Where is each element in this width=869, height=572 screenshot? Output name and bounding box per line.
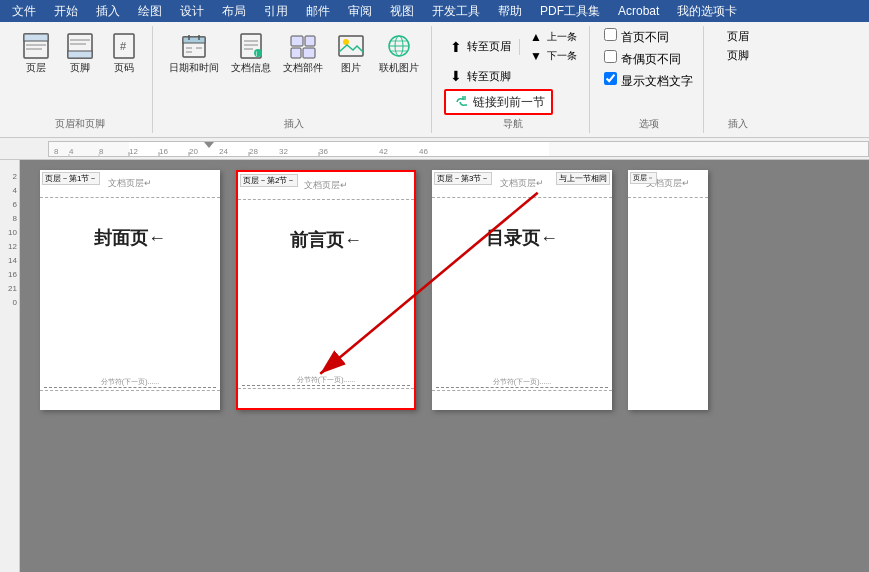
ribbon-group-insert2: 页眉 页脚 插入: [708, 26, 768, 133]
menu-mail[interactable]: 邮件: [298, 1, 338, 22]
nav-items: ⬆ 转至页眉 ▲ 上一条 ▼ 下一条: [444, 28, 581, 115]
insert2-items: 页眉 页脚: [723, 28, 753, 115]
menu-layout[interactable]: 布局: [214, 1, 254, 22]
goto-header-icon: ⬆: [448, 39, 464, 55]
btn-picture[interactable]: 图片: [331, 28, 371, 76]
page-2-section-badge: 页层－第2节－: [240, 174, 298, 187]
menu-view[interactable]: 视图: [382, 1, 422, 22]
docinfo-label: 文档信息: [231, 62, 271, 74]
opt-show-text-label: 显示文档文字: [621, 74, 693, 88]
btn-prev[interactable]: ▲ 上一条: [524, 28, 581, 46]
svg-rect-11: [183, 37, 205, 43]
ruler-bar: 8 4 8 12 16 20 24 28 32 36 42 46: [48, 141, 869, 157]
menu-my-tab[interactable]: 我的选项卡: [669, 1, 745, 22]
pageno-label: 页码: [114, 62, 134, 74]
btn-online-picture[interactable]: 联机图片: [375, 28, 423, 76]
prev-icon: ▲: [528, 29, 544, 45]
ribbon-content: 页层 页脚 # 页码 页眉和页脚: [8, 26, 861, 133]
btn-pageno[interactable]: # 页码: [104, 28, 144, 76]
docparts-label: 文档部件: [283, 62, 323, 74]
svg-text:12: 12: [129, 147, 138, 156]
page-4-section-badge: 页层－: [630, 172, 657, 184]
goto-footer-icon: ⬇: [448, 68, 464, 84]
ribbon-group-options: 首页不同 奇偶页不同 显示文档文字 选项: [594, 26, 704, 133]
page-3-title: 目录页←: [486, 226, 558, 250]
page-2-header: 页层－第2节－ 文档页层↵: [238, 172, 414, 200]
page-3-header: 页层－第3节－ 与上一节相同 文档页层↵: [432, 170, 612, 198]
page-3-content: 目录页←: [432, 198, 612, 258]
chk-first-page[interactable]: [604, 28, 617, 41]
btn-docinfo[interactable]: i 文档信息: [227, 28, 275, 76]
opt-show-doc-text[interactable]: 显示文档文字: [604, 72, 692, 90]
menu-file[interactable]: 文件: [4, 1, 44, 22]
page-3-section-badge: 页层－第3节－: [434, 172, 492, 185]
datetime-icon: [178, 30, 210, 62]
menu-pdf[interactable]: PDF工具集: [532, 1, 608, 22]
btn-datetime[interactable]: 日期和时间: [165, 28, 223, 76]
btn-footer2[interactable]: 页脚: [723, 47, 753, 64]
menu-bar: // Render menu items 文件 开始 插入 绘图 设计 布局 引…: [0, 0, 869, 22]
page-1-section-badge: 页层－第1节－: [42, 172, 100, 185]
header-label: 页层: [26, 62, 46, 74]
opt-odd-even-label: 奇偶页不同: [621, 52, 681, 66]
page-3-footer: [432, 390, 612, 410]
btn-link-prev-section[interactable]: 链接到前一节: [444, 89, 553, 115]
svg-text:28: 28: [249, 147, 258, 156]
page-1-section-break: 分节符(下一页)......: [44, 380, 216, 388]
btn-next[interactable]: ▼ 下一条: [524, 47, 581, 65]
btn-docparts[interactable]: 文档部件: [279, 28, 327, 76]
page-2: 页层－第2节－ 文档页层↵ 前言页← 分节符(下一页)......: [236, 170, 416, 410]
page-3-section-break-text: 分节符(下一页)......: [491, 377, 553, 387]
page-2-title: 前言页←: [290, 228, 362, 252]
opt-first-page-diff[interactable]: 首页不同: [604, 28, 668, 46]
menu-dev[interactable]: 开发工具: [424, 1, 488, 22]
picture-label: 图片: [341, 62, 361, 74]
menu-review[interactable]: 审阅: [340, 1, 380, 22]
btn-goto-footer[interactable]: ⬇ 转至页脚: [444, 67, 515, 85]
group-insert2-label: 插入: [728, 117, 748, 131]
group-header-footer-label: 页眉和页脚: [55, 117, 105, 131]
group-nav-label: 导航: [503, 117, 523, 131]
picture-icon: [335, 30, 367, 62]
ruler-area: 8 4 8 12 16 20 24 28 32 36 42 46: [0, 138, 869, 160]
next-icon: ▼: [528, 48, 544, 64]
menu-draw[interactable]: 绘图: [130, 1, 170, 22]
svg-text:8: 8: [99, 147, 104, 156]
page-1-section-break-text: 分节符(下一页)......: [99, 377, 161, 387]
svg-rect-27: [339, 36, 363, 56]
goto-header-label: 转至页眉: [467, 39, 511, 54]
svg-text:36: 36: [319, 147, 328, 156]
menu-design[interactable]: 设计: [172, 1, 212, 22]
menu-acrobat[interactable]: Acrobat: [610, 2, 667, 20]
ribbon: 页层 页脚 # 页码 页眉和页脚: [0, 22, 869, 138]
btn-goto-header[interactable]: ⬆ 转至页眉: [444, 38, 515, 56]
chk-show-text[interactable]: [604, 72, 617, 85]
svg-point-28: [343, 39, 349, 45]
header-icon: [20, 30, 52, 62]
menu-insert[interactable]: 插入: [88, 1, 128, 22]
page-4: 页层－ 文档页层↵: [628, 170, 708, 410]
page-3-wrapper: 页层－第3节－ 与上一节相同 文档页层↵ 目录页← 分节符(下一页)......: [432, 170, 612, 410]
menu-start[interactable]: 开始: [46, 1, 86, 22]
svg-rect-26: [303, 48, 315, 58]
page-1-wrapper: 页层－第1节－ 文档页层↵ 封面页← 分节符(下一页)......: [40, 170, 220, 410]
page-1: 页层－第1节－ 文档页层↵ 封面页← 分节符(下一页)......: [40, 170, 220, 410]
btn-header[interactable]: 页层: [16, 28, 56, 76]
svg-text:24: 24: [219, 147, 228, 156]
svg-rect-5: [68, 51, 92, 58]
link-prev-label: 链接到前一节: [473, 94, 545, 111]
opt-first-page-label: 首页不同: [621, 30, 669, 44]
options-items: 首页不同 奇偶页不同 显示文档文字: [604, 28, 692, 115]
ribbon-group-insert: 日期和时间 i 文档信息 文档部件: [157, 26, 432, 133]
svg-rect-25: [291, 48, 301, 58]
opt-odd-even-diff[interactable]: 奇偶页不同: [604, 50, 680, 68]
main-area: 2 4 6 8 10 12 14 16 21 0 页层－第1节－ 文档页层↵ 封…: [0, 160, 869, 572]
header2-label: 页眉: [727, 29, 749, 44]
page-1-content: 封面页←: [40, 198, 220, 258]
chk-odd-even[interactable]: [604, 50, 617, 63]
btn-header2[interactable]: 页眉: [723, 28, 753, 45]
menu-ref[interactable]: 引用: [256, 1, 296, 22]
btn-footer[interactable]: 页脚: [60, 28, 100, 76]
menu-help[interactable]: 帮助: [490, 1, 530, 22]
link-icon: [452, 93, 470, 111]
